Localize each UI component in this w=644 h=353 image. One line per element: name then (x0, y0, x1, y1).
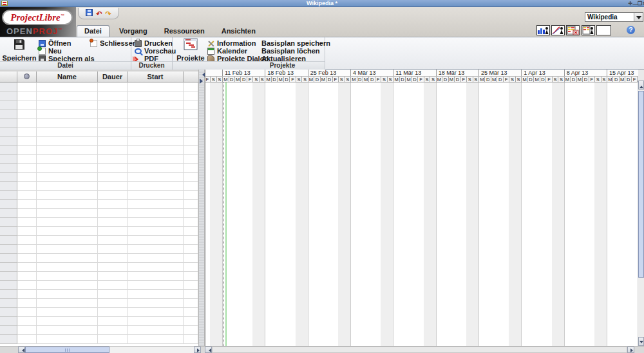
table-cell[interactable] (37, 137, 98, 146)
row-header-cell[interactable] (0, 236, 17, 245)
table-row[interactable] (0, 164, 198, 173)
table-header-info[interactable] (17, 72, 37, 82)
close-button[interactable]: Schliessen (90, 39, 137, 47)
tab-ressourcen[interactable]: Ressourcen (157, 26, 212, 37)
table-cell[interactable] (98, 290, 128, 299)
table-cell[interactable] (184, 200, 198, 209)
table-cell[interactable] (37, 182, 98, 191)
split-divider[interactable] (198, 70, 205, 346)
row-header-cell[interactable] (0, 128, 17, 137)
open-button[interactable]: Öffnen (39, 39, 71, 47)
baseline-delete-button[interactable]: Basisplan löchen (261, 47, 319, 55)
table-header-duration[interactable]: Dauer (98, 72, 128, 82)
table-cell[interactable] (128, 146, 184, 155)
table-cell[interactable] (98, 200, 128, 209)
table-cell[interactable] (17, 128, 37, 137)
histogram-view-button[interactable] (536, 25, 550, 35)
table-cell[interactable] (184, 173, 198, 182)
table-cell[interactable] (17, 326, 37, 335)
table-cell[interactable] (17, 137, 37, 146)
table-row[interactable] (0, 100, 198, 110)
table-cell[interactable] (17, 254, 37, 263)
table-cell[interactable] (128, 227, 184, 236)
table-row[interactable] (0, 263, 198, 272)
table-cell[interactable] (184, 335, 198, 344)
table-cell[interactable] (98, 100, 128, 110)
table-cell[interactable] (184, 100, 198, 110)
table-cell[interactable] (98, 236, 128, 245)
row-header-cell[interactable] (0, 119, 17, 128)
row-header-cell[interactable] (0, 137, 17, 146)
table-cell[interactable] (184, 308, 198, 317)
combo-dropdown-button[interactable] (634, 13, 643, 21)
table-cell[interactable] (184, 263, 198, 272)
table-cell[interactable] (128, 182, 184, 191)
row-header-cell[interactable] (0, 182, 17, 191)
table-cell[interactable] (98, 218, 128, 227)
table-cell[interactable] (184, 254, 198, 263)
table-scroll-thumb[interactable] (25, 347, 109, 353)
table-cell[interactable] (128, 128, 184, 137)
table-cell[interactable] (184, 91, 198, 100)
gantt-horizontal-scrollbar[interactable] (205, 347, 634, 353)
save-button[interactable]: Speichern (2, 38, 37, 61)
table-row[interactable] (0, 155, 198, 164)
table-cell[interactable] (17, 281, 37, 290)
table-cell[interactable] (184, 209, 198, 218)
table-cell[interactable] (128, 119, 184, 128)
task-usage-view-button[interactable] (566, 25, 580, 35)
table-row[interactable] (0, 254, 198, 263)
row-header-cell[interactable] (0, 100, 17, 110)
table-cell[interactable] (184, 236, 198, 245)
table-cell[interactable] (17, 100, 37, 110)
table-cell[interactable] (128, 200, 184, 209)
table-cell[interactable] (17, 227, 37, 236)
table-row[interactable] (0, 119, 198, 128)
table-cell[interactable] (184, 326, 198, 335)
blank-view-button[interactable] (596, 25, 611, 35)
table-cell[interactable] (184, 227, 198, 236)
table-row[interactable] (0, 82, 198, 91)
table-row[interactable] (0, 290, 198, 299)
table-cell[interactable] (98, 164, 128, 173)
undo-icon[interactable]: ↶ (96, 10, 102, 17)
table-cell[interactable] (184, 110, 198, 119)
table-row[interactable] (0, 209, 198, 218)
table-cell[interactable] (98, 281, 128, 290)
table-cell[interactable] (17, 146, 37, 155)
table-scroll-right-button[interactable] (194, 347, 201, 353)
table-row[interactable] (0, 200, 198, 209)
table-cell[interactable] (37, 272, 98, 281)
table-cell[interactable] (98, 146, 128, 155)
table-cell[interactable] (128, 272, 184, 281)
table-row[interactable] (0, 191, 198, 200)
project-selector[interactable]: Wikipedia (585, 12, 643, 22)
row-header-cell[interactable] (0, 191, 17, 200)
table-cell[interactable] (184, 82, 198, 91)
table-cell[interactable] (98, 227, 128, 236)
table-cell[interactable] (37, 209, 98, 218)
table-cell[interactable] (37, 91, 98, 100)
table-cell[interactable] (17, 82, 37, 91)
vertical-scroll-thumb[interactable] (638, 91, 644, 278)
table-cell[interactable] (37, 155, 98, 164)
row-header-cell[interactable] (0, 91, 17, 100)
row-header-cell[interactable] (0, 272, 17, 281)
table-cell[interactable] (128, 91, 184, 100)
table-cell[interactable] (37, 119, 98, 128)
table-cell[interactable] (37, 191, 98, 200)
table-cell[interactable] (128, 245, 184, 254)
table-cell[interactable] (128, 281, 184, 290)
table-row[interactable] (0, 91, 198, 100)
table-cell[interactable] (128, 218, 184, 227)
table-row[interactable] (0, 128, 198, 137)
table-cell[interactable] (128, 308, 184, 317)
row-header-cell[interactable] (0, 82, 17, 91)
table-horizontal-scrollbar[interactable] (18, 347, 201, 353)
table-cell[interactable] (17, 236, 37, 245)
table-cell[interactable] (184, 299, 198, 308)
gantt-scroll-left-button[interactable] (205, 347, 212, 353)
table-cell[interactable] (37, 200, 98, 209)
table-cell[interactable] (98, 191, 128, 200)
table-cell[interactable] (184, 182, 198, 191)
